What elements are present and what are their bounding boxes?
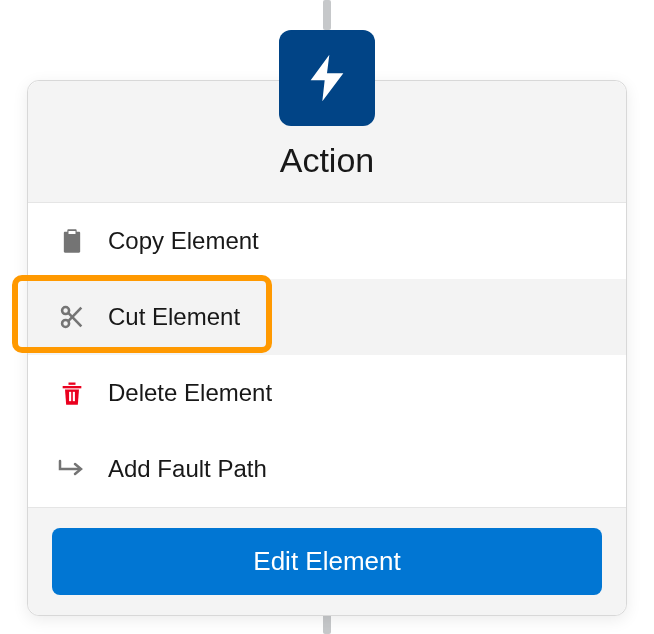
trash-icon <box>56 377 88 409</box>
popover-footer: Edit Element <box>28 507 626 615</box>
svg-rect-4 <box>69 392 71 401</box>
clipboard-icon <box>56 225 88 257</box>
menu-item-delete[interactable]: Delete Element <box>28 355 626 431</box>
menu-list: Copy Element Cut Element <box>28 203 626 507</box>
menu-item-label: Add Fault Path <box>108 455 267 483</box>
edit-element-button[interactable]: Edit Element <box>52 528 602 595</box>
menu-item-add-fault-path[interactable]: Add Fault Path <box>28 431 626 507</box>
action-node-icon <box>279 30 375 126</box>
fault-path-icon <box>56 453 88 485</box>
flow-connector-top <box>323 0 331 30</box>
svg-point-1 <box>62 320 69 327</box>
menu-item-label: Delete Element <box>108 379 272 407</box>
svg-rect-5 <box>73 392 75 401</box>
menu-item-cut[interactable]: Cut Element <box>28 279 626 355</box>
menu-item-label: Cut Element <box>108 303 240 331</box>
popover-title: Action <box>28 141 626 180</box>
svg-point-0 <box>62 307 69 314</box>
scissors-icon <box>56 301 88 333</box>
lightning-bolt-icon <box>299 50 355 106</box>
action-context-menu: Action Copy Element Cut Element <box>27 80 627 616</box>
menu-item-label: Copy Element <box>108 227 259 255</box>
menu-item-copy[interactable]: Copy Element <box>28 203 626 279</box>
